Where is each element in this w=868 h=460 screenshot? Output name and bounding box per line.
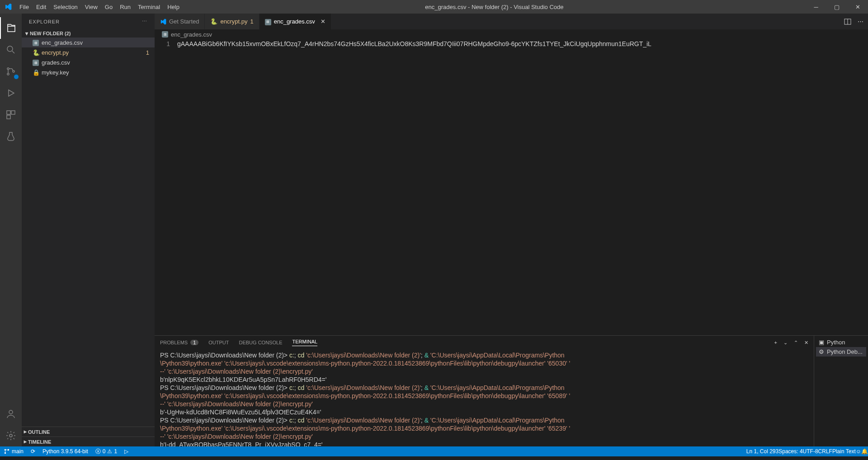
testing-icon[interactable] (0, 126, 22, 147)
bottom-panel: PROBLEMS1 OUTPUT DEBUG CONSOLE TERMINAL … (155, 335, 868, 446)
vscode-icon (160, 19, 166, 25)
panel-tabs: PROBLEMS1 OUTPUT DEBUG CONSOLE TERMINAL … (155, 336, 814, 349)
settings-gear-icon[interactable] (0, 425, 22, 446)
svg-point-2 (7, 73, 9, 75)
titlebar: FileEditSelectionViewGoRunTerminalHelp e… (0, 0, 868, 14)
accounts-icon[interactable] (0, 403, 22, 425)
status-bar: main ⟳ Python 3.9.5 64-bit ⓧ 0 ⚠ 1 ▷ Ln … (0, 446, 868, 456)
file-item[interactable]: ⊞enc_grades.csv (22, 38, 155, 47)
sidebar-header: EXPLORER ⋯ (22, 14, 155, 29)
language-mode[interactable]: Plain Text (832, 448, 856, 455)
source-control-icon[interactable] (0, 61, 22, 82)
maximize-panel-icon[interactable]: ⌃ (794, 340, 798, 346)
editor-tab[interactable]: ⊞enc_grades.csv✕ (259, 14, 331, 29)
menu-file[interactable]: File (16, 4, 33, 10)
editor-content[interactable]: 1 gAAAAABiGb6KfIYKsb15xvmOBxEkLfOzq7_A4r… (155, 39, 868, 335)
editor-tab[interactable]: 🐍encrypt.py1 (205, 14, 259, 29)
menu-help[interactable]: Help (164, 4, 183, 10)
menu-run[interactable]: Run (116, 4, 134, 10)
svg-rect-5 (11, 111, 15, 114)
chevron-right-icon: ▾ (22, 441, 28, 443)
debug-icon: ⚙ (819, 348, 824, 355)
line-number: 1 (155, 39, 177, 335)
main-menu: FileEditSelectionViewGoRunTerminalHelp (16, 4, 183, 10)
terminal-dropdown-icon[interactable]: ⌄ (783, 340, 788, 346)
menu-view[interactable]: View (81, 4, 101, 10)
terminal-list: ▣Python ⚙Python Deb... (814, 336, 868, 446)
menu-terminal[interactable]: Terminal (134, 4, 164, 10)
explorer-icon[interactable] (0, 17, 22, 39)
encoding[interactable]: UTF-8 (803, 448, 818, 455)
close-panel-icon[interactable]: ✕ (804, 340, 808, 346)
close-tab-icon[interactable]: ✕ (321, 18, 326, 25)
svg-point-11 (5, 452, 6, 454)
terminal-tab[interactable]: TERMINAL (292, 339, 317, 346)
editor-tabs: Get Started🐍encrypt.py1⊞enc_grades.csv✕ … (155, 14, 868, 29)
debug-start-icon[interactable]: ▷ (121, 448, 132, 455)
scm-badge (14, 74, 19, 80)
chevron-right-icon: ▾ (22, 431, 28, 433)
py-file-icon: 🐍 (33, 49, 42, 56)
sidebar-more-icon[interactable]: ⋯ (142, 19, 147, 24)
svg-point-10 (5, 449, 6, 451)
debug-console-tab[interactable]: DEBUG CONSOLE (239, 340, 283, 345)
close-button[interactable]: ✕ (847, 4, 868, 10)
vscode-logo-icon (0, 3, 16, 10)
menu-edit[interactable]: Edit (33, 4, 50, 10)
notifications-icon[interactable]: 🔔 (861, 448, 868, 455)
menu-go[interactable]: Go (101, 4, 116, 10)
file-item[interactable]: 🐍encrypt.py1 (22, 47, 155, 57)
timeline-section[interactable]: ▾TIMELINE (22, 437, 155, 446)
run-debug-icon[interactable] (0, 82, 22, 104)
menu-selection[interactable]: Selection (50, 4, 81, 10)
svg-point-1 (7, 68, 9, 70)
svg-rect-4 (7, 111, 10, 114)
breadcrumb[interactable]: ⊞ enc_grades.csv (155, 29, 868, 39)
svg-point-0 (7, 46, 13, 52)
activity-bar (0, 14, 22, 446)
git-branch[interactable]: main (0, 448, 27, 455)
terminal-item-python-debug[interactable]: ⚙Python Deb... (816, 347, 866, 357)
feedback-icon[interactable]: ☺ (856, 448, 861, 455)
svg-point-3 (13, 70, 14, 72)
svg-point-8 (9, 434, 12, 437)
csv-file-icon: ⊞ (33, 59, 42, 66)
more-actions-icon[interactable]: ⋯ (858, 18, 863, 25)
window-title: enc_grades.csv - New folder (2) - Visual… (183, 4, 806, 10)
code-line[interactable]: gAAAAABiGb6KfIYKsb15xvmOBxEkLfOzq7_A4rHN… (177, 39, 868, 335)
cursor-position[interactable]: Ln 1, Col 293 (746, 448, 778, 455)
problems-tab[interactable]: PROBLEMS1 (160, 340, 198, 345)
extensions-icon[interactable] (0, 104, 22, 126)
outline-section[interactable]: ▾OUTLINE (22, 427, 155, 437)
minimize-button[interactable]: ─ (806, 4, 826, 10)
split-editor-icon[interactable] (844, 18, 851, 25)
maximize-button[interactable]: ▢ (826, 4, 847, 10)
folder-header[interactable]: ▾ NEW FOLDER (2) (22, 29, 155, 38)
sidebar-title: EXPLORER (29, 19, 60, 24)
eol[interactable]: CRLF (818, 448, 832, 455)
file-item[interactable]: 🔒mykey.key (22, 67, 155, 77)
editor-tab[interactable]: Get Started (155, 14, 205, 29)
new-terminal-icon[interactable]: + (774, 340, 777, 346)
python-file-icon: 🐍 (210, 18, 217, 25)
sync-icon[interactable]: ⟳ (27, 448, 39, 455)
output-tab[interactable]: OUTPUT (208, 340, 229, 345)
search-icon[interactable] (0, 39, 22, 61)
key-file-icon: 🔒 (33, 69, 42, 76)
chevron-down-icon: ▾ (25, 30, 28, 37)
indentation[interactable]: Spaces: 4 (778, 448, 802, 455)
debug-stop-icon: ▣ (819, 339, 824, 346)
svg-point-7 (9, 410, 13, 414)
sidebar: EXPLORER ⋯ ▾ NEW FOLDER (2) ⊞enc_grades.… (22, 14, 155, 446)
python-interpreter[interactable]: Python 3.9.5 64-bit (39, 448, 92, 455)
terminal-item-python[interactable]: ▣Python (816, 338, 866, 347)
errors-warnings[interactable]: ⓧ 0 ⚠ 1 (92, 448, 121, 455)
csv-file-icon: ⊞ (162, 31, 168, 38)
problems-badge: 1 (190, 340, 198, 345)
editor-area: Get Started🐍encrypt.py1⊞enc_grades.csv✕ … (155, 14, 868, 446)
csv-file-icon: ⊞ (33, 39, 42, 47)
file-item[interactable]: ⊞grades.csv (22, 57, 155, 67)
terminal-output[interactable]: PS C:\Users\jaysi\Downloads\New folder (… (155, 349, 814, 446)
csv-file-icon: ⊞ (265, 18, 271, 25)
svg-rect-6 (7, 115, 10, 119)
